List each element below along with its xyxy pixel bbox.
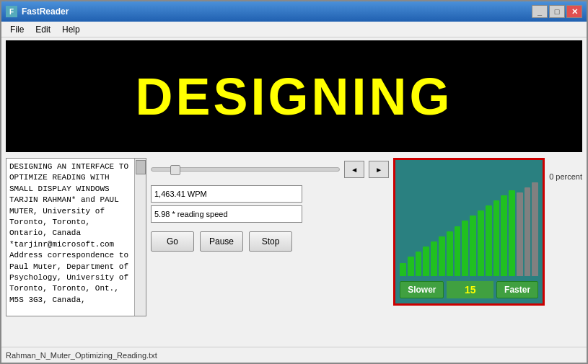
wpm-field[interactable] (151, 185, 302, 203)
menu-help[interactable]: Help (56, 23, 86, 36)
chart-bar (501, 195, 507, 276)
slider-thumb[interactable] (170, 165, 180, 175)
chart-bar (532, 182, 538, 276)
pause-button[interactable]: Pause (200, 231, 243, 252)
text-scrollbar[interactable] (134, 159, 146, 316)
app-icon: F (6, 6, 17, 17)
right-controls: Slower 15 Faster 0 percent (393, 158, 582, 344)
scrollbar-thumb[interactable] (136, 160, 146, 174)
chart-bar (431, 241, 437, 276)
faster-button[interactable]: Faster (496, 281, 538, 298)
status-text: Rahman_N_Muter_Optimizing_Reading.txt (6, 351, 157, 360)
formula-field[interactable] (151, 205, 302, 223)
close-button[interactable]: ✕ (566, 5, 582, 18)
progress-slider[interactable] (151, 167, 340, 172)
minimize-button[interactable]: _ (532, 5, 548, 18)
speed-value: 15 (447, 281, 493, 298)
text-panel: DESIGNING AN INTERFACE TO OPTIMIZE READI… (6, 158, 146, 316)
chart-bar (509, 190, 515, 276)
chart-bar (416, 252, 422, 276)
nav-forward-button[interactable]: ► (369, 161, 389, 178)
maximize-button[interactable]: □ (549, 5, 565, 18)
speed-panel: Slower 15 Faster (393, 158, 545, 306)
slower-button[interactable]: Slower (400, 281, 444, 298)
go-button[interactable]: Go (151, 231, 194, 252)
chart-bar (470, 216, 476, 276)
current-word: DESIGNING (135, 67, 452, 126)
wpm-row (151, 185, 389, 203)
window-title: FastReader (22, 6, 532, 17)
formula-row (151, 205, 389, 223)
chart-bar (517, 192, 523, 276)
chart-bar (455, 226, 461, 276)
status-bar: Rahman_N_Muter_Optimizing_Reading.txt (1, 347, 587, 363)
slider-area: ◄ ► (151, 161, 389, 178)
chart-bar (462, 221, 468, 276)
chart-bar (439, 236, 445, 276)
percent-label: 0 percent (549, 158, 582, 181)
buttons-row: Go Pause Stop (151, 231, 389, 252)
speed-chart (400, 164, 538, 278)
menu-file[interactable]: File (4, 23, 30, 36)
text-content: DESIGNING AN INTERFACE TO OPTIMIZE READI… (6, 159, 134, 316)
chart-bar (447, 231, 453, 276)
word-display: DESIGNING (6, 40, 582, 152)
chart-bar (493, 200, 500, 276)
nav-back-button[interactable]: ◄ (344, 161, 364, 178)
stop-button[interactable]: Stop (249, 231, 292, 252)
speed-controls: Slower 15 Faster (400, 279, 538, 301)
chart-bar (400, 263, 406, 276)
content-area: DESIGNING AN INTERFACE TO OPTIMIZE READI… (1, 155, 587, 347)
chart-bar (408, 257, 414, 276)
chart-bar (486, 205, 492, 276)
middle-controls: ◄ ► Go Pause Stop (151, 158, 389, 344)
main-window: F FastReader _ □ ✕ File Edit Help DESIGN… (0, 0, 588, 364)
menu-bar: File Edit Help (1, 22, 587, 37)
chart-bar (423, 247, 429, 276)
title-bar: F FastReader _ □ ✕ (1, 1, 587, 22)
chart-bar (525, 187, 531, 276)
chart-bar (478, 210, 484, 276)
menu-edit[interactable]: Edit (30, 23, 56, 36)
window-controls: _ □ ✕ (532, 5, 582, 18)
